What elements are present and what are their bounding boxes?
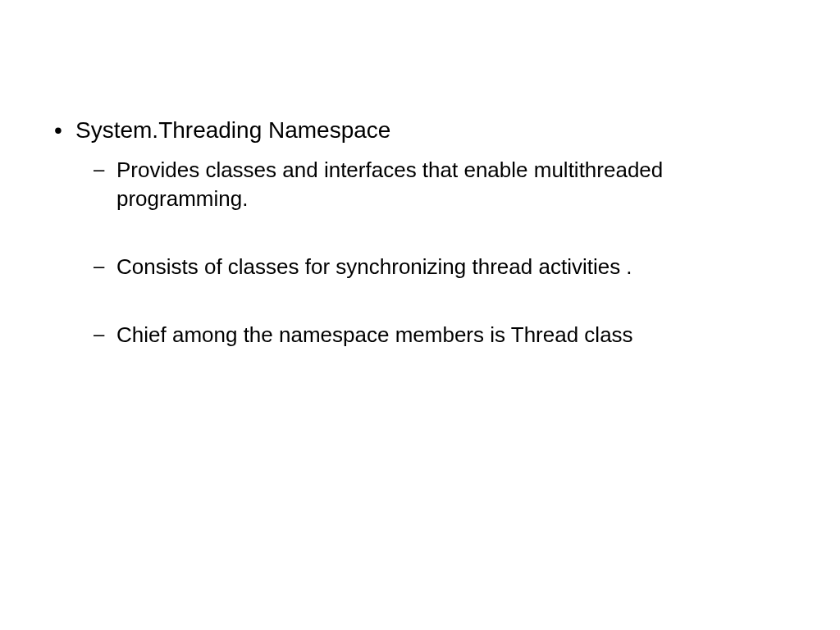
sub-bullet-list: Provides classes and interfaces that ena… — [75, 156, 791, 349]
bullet-text: System.Threading Namespace — [75, 117, 390, 143]
bullet-list: System.Threading Namespace Provides clas… — [49, 115, 791, 349]
list-item: Provides classes and interfaces that ena… — [75, 156, 791, 213]
list-item: Consists of classes for synchronizing th… — [75, 253, 791, 281]
list-item: Chief among the namespace members is Thr… — [75, 321, 791, 349]
list-item: System.Threading Namespace Provides clas… — [49, 115, 791, 349]
bullet-text: Provides classes and interfaces that ena… — [116, 158, 663, 211]
bullet-text: Consists of classes for synchronizing th… — [116, 254, 632, 279]
bullet-text: Chief among the namespace members is Thr… — [116, 322, 633, 347]
